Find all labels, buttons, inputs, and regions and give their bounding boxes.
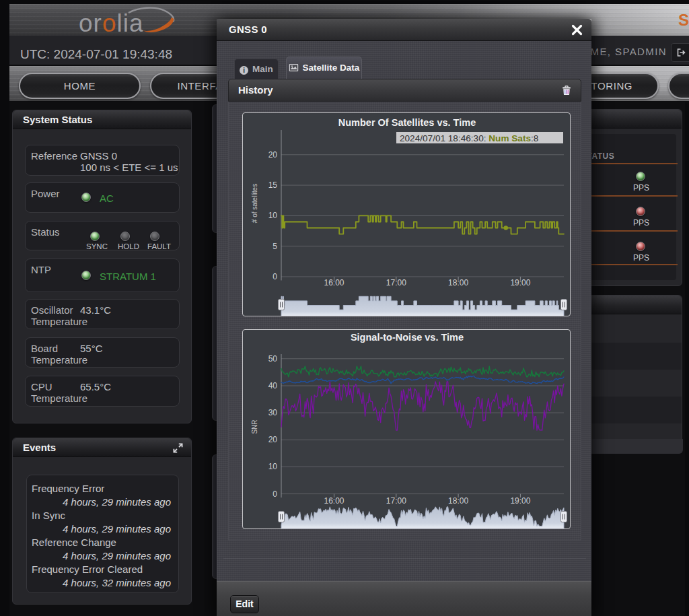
svg-text:19:00: 19:00 xyxy=(510,496,530,506)
svg-text:16:00: 16:00 xyxy=(324,496,344,506)
svg-text:SNR: SNR xyxy=(251,419,258,434)
svg-text:0: 0 xyxy=(273,272,277,281)
svg-text:16:00: 16:00 xyxy=(324,278,344,287)
svg-text:10: 10 xyxy=(268,462,278,471)
svg-text:15: 15 xyxy=(268,180,278,190)
svg-text:19:00: 19:00 xyxy=(510,278,530,287)
svg-text:20: 20 xyxy=(268,435,278,444)
svg-text:Number Of Satellites vs. Time: Number Of Satellites vs. Time xyxy=(338,117,476,128)
svg-text:5: 5 xyxy=(273,242,277,251)
svg-text:17:00: 17:00 xyxy=(386,496,406,506)
svg-text:orolia: orolia xyxy=(79,9,144,37)
svg-text:30: 30 xyxy=(268,408,278,417)
svg-text:0: 0 xyxy=(273,489,277,499)
svg-text:2024/07/01 18:46:30: Num Sats:: 2024/07/01 18:46:30: Num Sats:8 xyxy=(400,133,538,143)
svg-text:18:00: 18:00 xyxy=(448,278,468,287)
svg-text:10: 10 xyxy=(268,211,278,220)
svg-text:40: 40 xyxy=(268,381,278,390)
svg-text:17:00: 17:00 xyxy=(386,278,406,287)
svg-text:18:00: 18:00 xyxy=(448,496,468,506)
svg-text:20: 20 xyxy=(268,150,278,160)
svg-text:Signal-to-Noise vs. Time: Signal-to-Noise vs. Time xyxy=(351,332,464,343)
svg-text:50: 50 xyxy=(268,354,278,364)
svg-text:# of satellites: # of satellites xyxy=(251,184,258,223)
